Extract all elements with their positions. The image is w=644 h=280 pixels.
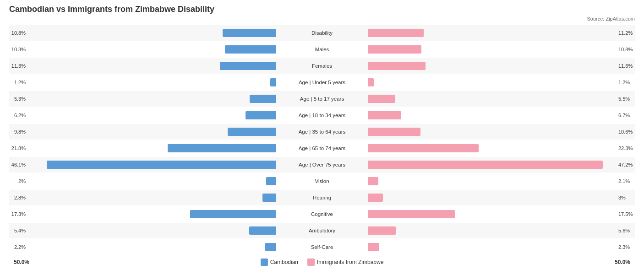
left-side: 6.2% [9,108,276,123]
chart-row: 2% Vision 2.1% [9,173,635,189]
left-bar [47,161,276,169]
source-label: Source: ZipAtlas.com [9,16,635,22]
left-bar [250,95,276,103]
right-bar [368,177,378,185]
right-value: 5.6% [618,228,635,233]
row-label: Disability [276,30,368,36]
left-bar [262,194,276,202]
left-value: 5.4% [9,228,26,233]
right-bar [368,45,421,54]
right-bar [368,111,401,119]
right-bar-wrap [368,45,617,54]
left-bar-wrap [27,194,276,202]
left-bar-wrap [27,78,276,86]
row-label: Age | Under 5 years [276,80,368,85]
right-side: 2.1% [368,173,635,189]
right-bar [368,128,420,136]
left-bar [270,78,276,86]
left-bar-wrap [27,177,276,185]
right-side: 47.2% [368,157,635,172]
right-side: 11.6% [368,58,635,74]
right-bar [368,78,374,86]
right-value: 47.2% [618,162,635,167]
left-bar [265,243,276,251]
left-bar [249,226,276,235]
right-bar [368,29,424,37]
left-bar-wrap [27,45,276,54]
right-bar-wrap [368,210,617,218]
row-label: Age | 65 to 74 years [276,145,368,151]
row-label: Self-Care [276,244,368,250]
left-value: 2.8% [9,195,26,200]
legend-cambodian: Cambodian [261,258,298,266]
left-bar-wrap [27,62,276,70]
left-side: 9.8% [9,124,276,140]
zimbabwe-legend-label: Immigrants from Zimbabwe [317,259,383,265]
left-bar-wrap [27,95,276,103]
right-bar-wrap [368,161,617,169]
right-bar-wrap [368,29,617,37]
left-bar [228,128,276,136]
footer-left-value: 50.0% [14,259,29,265]
chart-row: 2.2% Self-Care 2.3% [9,239,635,255]
right-value: 10.6% [618,129,635,135]
row-label: Hearing [276,195,368,200]
left-side: 10.3% [9,42,276,57]
right-value: 11.6% [618,63,635,69]
left-value: 11.3% [9,63,26,69]
footer-right-value: 50.0% [615,259,630,265]
left-side: 10.8% [9,25,276,41]
left-value: 17.3% [9,211,26,217]
zimbabwe-legend-box [307,258,315,266]
left-value: 6.2% [9,113,26,118]
right-bar [368,161,603,169]
chart-row: 9.8% Age | 35 to 64 years 10.6% [9,124,635,140]
cambodian-legend-box [261,258,268,266]
left-value: 10.3% [9,47,26,52]
right-bar-wrap [368,111,617,119]
right-bar [368,95,395,103]
right-bar-wrap [368,194,617,202]
left-value: 5.3% [9,96,26,102]
right-side: 10.8% [368,42,635,57]
right-side: 1.2% [368,75,635,90]
left-bar [220,62,276,70]
left-side: 5.3% [9,91,276,107]
chart-row: 10.3% Males 10.8% [9,42,635,57]
chart-title: Cambodian vs Immigrants from Zimbabwe Di… [9,5,635,14]
left-bar [225,45,276,54]
right-value: 6.7% [618,113,635,118]
left-bar-wrap [27,210,276,218]
row-label: Ambulatory [276,228,368,233]
right-side: 10.6% [368,124,635,140]
chart-row: 5.4% Ambulatory 5.6% [9,223,635,238]
right-side: 5.5% [368,91,635,107]
right-bar-wrap [368,62,617,70]
right-side: 3% [368,190,635,205]
left-side: 2.8% [9,190,276,205]
right-value: 2.3% [618,244,635,250]
right-side: 11.2% [368,25,635,41]
row-label: Age | 5 to 17 years [276,96,368,102]
left-bar-wrap [27,226,276,235]
chart-row: 10.8% Disability 11.2% [9,25,635,41]
right-side: 2.3% [368,239,635,255]
row-label: Cognitive [276,211,368,217]
left-side: 11.3% [9,58,276,74]
left-value: 21.8% [9,145,26,151]
left-side: 5.4% [9,223,276,238]
left-bar-wrap [27,144,276,152]
left-bar-wrap [27,128,276,136]
chart-row: 17.3% Cognitive 17.5% [9,206,635,222]
left-value: 10.8% [9,30,26,36]
right-side: 17.5% [368,206,635,222]
left-side: 21.8% [9,140,276,156]
chart-row: 5.3% Age | 5 to 17 years 5.5% [9,91,635,107]
right-side: 22.3% [368,140,635,156]
left-bar [266,177,276,185]
row-label: Females [276,63,368,69]
right-bar-wrap [368,128,617,136]
left-bar-wrap [27,161,276,169]
row-label: Males [276,47,368,52]
right-bar-wrap [368,78,617,86]
